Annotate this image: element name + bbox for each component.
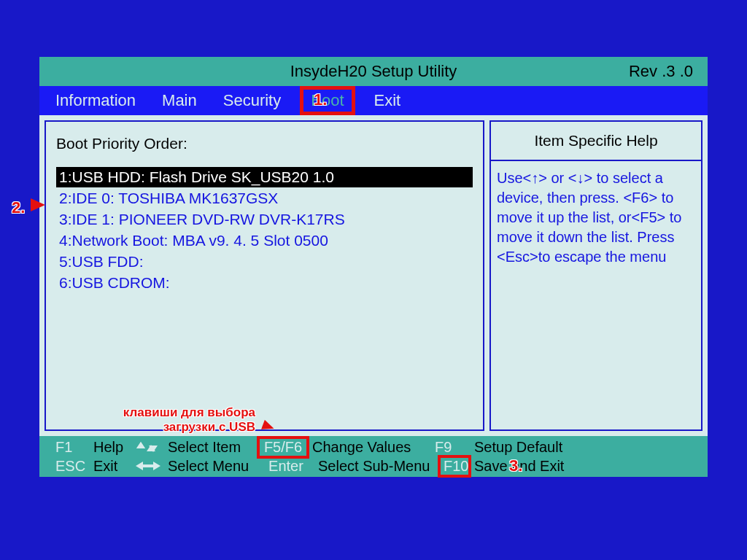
- title-bar: InsydeH20 Setup Utility Rev .3 .0: [39, 57, 708, 86]
- section-title: Boot Priority Order:: [56, 135, 473, 152]
- footer-row-1: F1 Help Select Item F5/F6 Change Values …: [55, 438, 708, 456]
- arrow-icon: [31, 198, 45, 211]
- menu-main[interactable]: Main: [162, 91, 197, 110]
- menu-information[interactable]: Information: [55, 91, 136, 110]
- help-text: Use<↑> or <↓> to select a device, then p…: [491, 161, 701, 274]
- leftright-arrows-icon: [134, 459, 162, 473]
- boot-item-5[interactable]: 5:USB FDD:: [56, 252, 473, 272]
- footer-row-2: ESC Exit Select Menu Enter Select Sub-Me…: [55, 456, 708, 475]
- menu-exit[interactable]: Exit: [374, 91, 401, 110]
- footer-hints: F1 Help Select Item F5/F6 Change Values …: [39, 436, 708, 477]
- svg-rect-0: [142, 464, 155, 467]
- annotation-2: 2.: [12, 198, 25, 217]
- boot-item-3[interactable]: 3:IDE 1: PIONEER DVD-RW DVR-K17RS: [56, 209, 473, 230]
- boot-item-4[interactable]: 4:Network Boot: MBA v9. 4. 5 Slot 0500: [56, 230, 473, 251]
- enter-key: Enter: [260, 458, 312, 475]
- boot-item-6[interactable]: 6:USB CDROM:: [56, 273, 473, 293]
- select-item-label: Select Item: [168, 439, 254, 456]
- annotation-label: клавиши для выбора загрузки с USB: [95, 405, 255, 434]
- change-values-label: Change Values: [312, 439, 429, 456]
- f5f6-key: F5/F6: [257, 436, 309, 459]
- f1-key: F1: [55, 439, 88, 456]
- esc-key: ESC: [55, 458, 88, 475]
- help-panel: Item Specific Help Use<↑> or <↓> to sele…: [489, 120, 703, 431]
- select-submenu-label: Select Sub-Menu: [318, 458, 435, 475]
- menu-boot[interactable]: Boot: [300, 86, 355, 115]
- boot-item-2[interactable]: 2:IDE 0: TOSHIBA MK1637GSX: [56, 188, 473, 209]
- boot-priority-panel: Boot Priority Order: 1:USB HDD: Flash Dr…: [44, 120, 484, 431]
- app-title: InsydeH20 Setup Utility: [142, 62, 605, 81]
- f9-key: F9: [435, 439, 468, 456]
- updown-arrows-icon: [134, 440, 162, 454]
- annotation-1: 1.: [314, 90, 327, 109]
- menu-security[interactable]: Security: [223, 91, 281, 110]
- boot-list[interactable]: 1:USB HDD: Flash Drive SK_USB20 1.0 2:ID…: [56, 167, 473, 293]
- select-menu-label: Select Menu: [168, 458, 254, 475]
- revision-label: Rev .3 .0: [605, 62, 693, 81]
- help-label: Help: [93, 439, 128, 456]
- help-title: Item Specific Help: [491, 122, 701, 161]
- boot-item-1[interactable]: 1:USB HDD: Flash Drive SK_USB20 1.0: [56, 167, 473, 187]
- setup-default-label: Setup Default: [474, 439, 562, 456]
- menu-bar: Information Main Security Boot Exit: [39, 86, 708, 115]
- annotation-3: 3.: [509, 456, 522, 475]
- exit-label: Exit: [93, 458, 128, 475]
- f10-key: F10: [438, 455, 471, 478]
- content-area: Boot Priority Order: 1:USB HDD: Flash Dr…: [44, 120, 703, 431]
